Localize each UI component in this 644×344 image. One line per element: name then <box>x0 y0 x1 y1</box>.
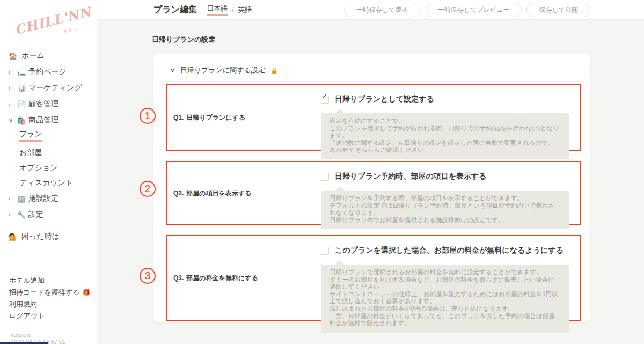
plan-edit-page: CHILL'NN チルン 🏠 ホーム › 🛏️ 予約ページ › 📊 マーケティン… <box>0 0 644 344</box>
question-label-text: 日帰りプランにする <box>186 113 245 122</box>
sidebar-subitem-plan[interactable]: プラン <box>0 128 97 143</box>
sidebar-link-label: ホテル追加 <box>9 276 45 286</box>
sidebar-item-label: 商品管理 <box>28 115 58 125</box>
sidebar-link-logout[interactable]: ログアウト <box>0 310 97 322</box>
annotation-circle-3: 3 <box>140 268 156 284</box>
save-temp-and-back-button[interactable]: 一時保存して戻る <box>344 3 421 17</box>
chevron-down-icon: ∨ <box>9 117 17 124</box>
sidebar-divider <box>6 326 89 326</box>
sidebar-subitem-options[interactable]: オプション <box>0 160 97 175</box>
save-temp-and-preview-button[interactable]: 一時保存してプレビュー <box>426 3 522 17</box>
tooltip-line: このプランを選択して予約が行われる際、日帰りでの予約(宿泊を伴わない)となります… <box>330 125 560 140</box>
checkbox-row: ✓ 日帰りプランとして設定する <box>321 94 580 104</box>
question-number-label: Q3. <box>173 274 184 282</box>
sidebar-link-label: 招待コードを獲得する <box>9 288 80 297</box>
check-icon: ✓ <box>321 92 328 100</box>
show-room-item-checkbox[interactable] <box>321 173 329 181</box>
tooltip-line: 一方、お部屋の料金がいくらであっても、このプランを介した予約の場合は部屋料金が無… <box>330 313 560 327</box>
sidebar-subitem-discount[interactable]: ディスカウント <box>0 175 97 191</box>
lock-icon: 🔒 <box>270 67 278 74</box>
language-tabs: 日本語 / 英語 <box>207 4 252 16</box>
sidebar-subitem-rooms[interactable]: お部屋 <box>0 145 97 160</box>
home-icon: 🏠 <box>9 52 21 60</box>
sidebar-divider <box>6 144 89 144</box>
question-number-label: Q1. <box>173 114 184 121</box>
question-controls: このプランを選択した場合、お部屋の料金が無料になるようにする 日帰りプランで選択… <box>321 236 580 320</box>
free-room-price-checkbox[interactable] <box>321 247 329 255</box>
sidebar-item-customer-management[interactable]: › 📄 顧客管理 <box>0 96 97 112</box>
question-label: Q1. 日帰りプランにする <box>167 85 321 150</box>
accordion-header[interactable]: ∨ 日帰りプランに関する設定 🔒 <box>166 63 581 82</box>
chillnn-logo[interactable]: CHILL'NN チルン <box>0 0 97 48</box>
main-area: プラン編集 日本語 / 英語 一時保存して戻る 一時保存してプレビュー 保存して… <box>97 0 644 344</box>
help-tooltip: 日帰りプランを予約する際、部屋の項目を表示することができます。 デフォルトの設定… <box>321 191 569 229</box>
annotation-circle-1: 1 <box>140 108 156 124</box>
chevron-right-icon: › <box>9 85 17 91</box>
sidebar-item-label: 施設設定 <box>28 194 58 203</box>
sidebar-subitem-label: オプション <box>19 163 58 173</box>
sidebar-link-label: 利用規約 <box>9 299 37 309</box>
tab-english[interactable]: 英語 <box>238 5 252 14</box>
chevron-right-icon: › <box>9 211 17 218</box>
question-divider <box>167 230 575 230</box>
logo-text: CHILL'NN <box>13 4 93 38</box>
sidebar-item-label: 困った時は <box>21 232 60 241</box>
tooltip-line: 日帰りプランで選択されるお部屋の料金を無料に設定することができます。 <box>330 269 560 276</box>
sidebar-link-label: ログアウト <box>9 311 45 321</box>
tooltip-line: 流し込まれたお部屋の料金が0円の場合は、売り止めになります。 <box>330 305 560 313</box>
chevron-right-icon: › <box>9 195 17 202</box>
sidebar-item-label: 設定 <box>28 210 43 219</box>
sidebar-link-terms[interactable]: 利用規約 <box>0 298 97 310</box>
tooltip-line: サイトコントローラーの仕様上、お部屋を販売するためにはお部屋の料金を1円以上で流… <box>330 291 560 305</box>
chevron-right-icon: › <box>9 101 17 107</box>
question-box-3: 3 Q3. 部屋の料金を無料にする このプランを選択した場合、お部屋の料金が無料… <box>166 235 581 321</box>
tab-japanese[interactable]: 日本語 <box>207 4 228 16</box>
bottom-left-bar <box>0 342 48 344</box>
language-separator: / <box>232 6 233 13</box>
checkbox-row: このプランを選択した場合、お部屋の料金が無料になるようにする <box>321 246 580 255</box>
sidebar: CHILL'NN チルン 🏠 ホーム › 🛏️ 予約ページ › 📊 マーケティン… <box>0 0 97 344</box>
checkbox-row: 日帰りプラン予約時、部屋の項目を表示する <box>321 172 580 181</box>
day-trip-checkbox[interactable]: ✓ <box>321 96 329 104</box>
tooltip-line: デフォルトの設定では日帰りプラン予約時、部屋という項目が予約の中で表示されなくな… <box>330 202 560 217</box>
tooltip-line: 「連泊数に関する設定」も日帰りの設定を設定した際に自動で変更されるので、あわせて… <box>330 140 560 154</box>
save-and-publish-button[interactable]: 保存して公開 <box>526 3 590 17</box>
question-label: Q3. 部屋の料金を無料にする <box>167 236 321 320</box>
question-label: Q2. 部屋の項目を表示する <box>167 162 321 224</box>
document-icon: 📄 <box>17 100 28 108</box>
sidebar-item-label: ホーム <box>21 51 45 61</box>
sidebar-item-label: 顧客管理 <box>28 99 58 109</box>
topbar: プラン編集 日本語 / 英語 一時保存して戻る 一時保存してプレビュー 保存して… <box>97 0 644 20</box>
help-tooltip: 設定を有効にすることで、 このプランを選択して予約が行われる際、日帰りでの予約(… <box>321 113 569 159</box>
checkbox-label: このプランを選択した場合、お部屋の料金が無料になるようにする <box>335 246 564 255</box>
sidebar-link-invite-code[interactable]: 招待コードを獲得する 🎁 <box>0 287 97 298</box>
bed-icon: 🛏️ <box>17 68 28 76</box>
section-title: 日帰りプランの設定 <box>152 35 590 45</box>
question-label-text: 部屋の料金を無料にする <box>186 274 258 283</box>
settings-card: ∨ 日帰りプランに関する設定 🔒 1 Q1. 日帰りプランにする ✓ <box>153 54 590 322</box>
sidebar-link-add-hotel[interactable]: ホテル追加 <box>0 275 97 287</box>
accordion-title: 日帰りプランに関する設定 <box>180 65 265 75</box>
shopping-bags-icon: 🛍️ <box>17 116 28 125</box>
sidebar-item-booking-page[interactable]: › 🛏️ 予約ページ <box>0 64 97 80</box>
question-box-2: 2 Q2. 部屋の項目を表示する 日帰りプラン予約時、部屋の項目を表示する 日帰… <box>166 161 581 225</box>
question-label-text: 部屋の項目を表示する <box>186 189 251 198</box>
chevron-right-icon: › <box>9 69 17 75</box>
help-tooltip: 日帰りプランで選択されるお部屋の料金を無料に設定することができます。 ダミーのお… <box>321 265 569 333</box>
sidebar-item-help[interactable]: 💁 困った時は <box>0 229 97 245</box>
sidebar-item-facility-settings[interactable]: › 🏢 施設設定 <box>0 191 97 207</box>
sidebar-item-marketing[interactable]: › 📊 マーケティング <box>0 80 97 96</box>
sidebar-item-label: 予約ページ <box>28 67 67 77</box>
sidebar-item-home[interactable]: 🏠 ホーム <box>0 48 97 64</box>
tooltip-line: 設定を有効にすることで、 <box>330 118 560 125</box>
sidebar-subitem-label: お部屋 <box>19 148 42 158</box>
sidebar-subitem-label: ディスカウント <box>19 178 73 188</box>
office-building-icon: 🏢 <box>17 195 28 203</box>
sidebar-item-product-management[interactable]: ∨ 🛍️ 商品管理 <box>0 112 97 128</box>
page-title: プラン編集 <box>153 4 197 16</box>
question-controls: 日帰りプラン予約時、部屋の項目を表示する 日帰りプランを予約する際、部屋の項目を… <box>321 162 580 224</box>
help-person-icon: 💁 <box>9 233 21 241</box>
gift-icon: 🎁 <box>83 289 91 296</box>
question-controls: ✓ 日帰りプランとして設定する 設定を有効にすることで、 このプランを選択して予… <box>321 85 580 150</box>
sidebar-item-settings[interactable]: › 🔧 設定 <box>0 207 97 223</box>
